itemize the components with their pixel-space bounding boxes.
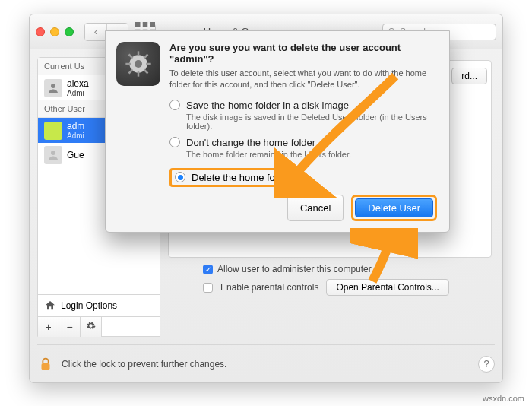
attribution-text: wsxdn.com	[483, 394, 524, 403]
house-icon	[44, 300, 56, 312]
change-password-button[interactable]: rd...	[451, 68, 487, 84]
user-name: alexa	[67, 78, 89, 89]
allow-admin-label: Allow user to administer this computer	[217, 264, 372, 274]
allow-admin-row[interactable]: ✓ Allow user to administer this computer	[203, 264, 492, 274]
zoom-icon[interactable]	[65, 27, 74, 36]
user-name: Gue	[67, 150, 84, 160]
minimize-icon[interactable]	[50, 27, 59, 36]
avatar-icon	[44, 146, 62, 164]
sheet-title: Are you sure you want to delete the user…	[169, 42, 437, 65]
add-user-button[interactable]: +	[38, 317, 59, 337]
radio-icon	[169, 137, 180, 147]
actions-menu-button[interactable]	[81, 317, 102, 337]
help-button[interactable]: ?	[478, 356, 495, 373]
annotation-arrow-icon	[350, 228, 418, 289]
checkbox-icon[interactable]	[203, 283, 213, 293]
login-options-label: Login Options	[61, 300, 117, 311]
user-name: adm	[67, 121, 84, 132]
delete-user-button[interactable]: Delete User	[355, 198, 433, 217]
svg-rect-12	[42, 363, 50, 370]
checkbox-icon: ✓	[203, 265, 213, 274]
svg-point-11	[51, 151, 55, 155]
traffic-lights	[36, 27, 74, 36]
user-role: Admi	[67, 132, 84, 140]
gear-icon	[86, 321, 96, 331]
avatar-icon	[44, 79, 62, 97]
radio-icon	[175, 172, 185, 182]
sidebar-actions: + −	[38, 316, 160, 336]
enable-parental-label: Enable parental controls	[220, 282, 318, 293]
footer: Click the lock to prevent further change…	[37, 344, 495, 375]
svg-point-22	[135, 60, 142, 68]
user-role: Admi	[67, 89, 89, 97]
login-options[interactable]: Login Options	[38, 294, 160, 316]
svg-line-18	[129, 55, 133, 59]
delete-user-highlight: Delete User	[351, 195, 437, 221]
cancel-button[interactable]: Cancel	[287, 195, 344, 221]
remove-user-button[interactable]: −	[59, 317, 81, 337]
svg-line-21	[144, 55, 148, 59]
lock-icon[interactable]	[37, 355, 54, 373]
annotation-arrow-icon	[274, 68, 410, 198]
avatar-icon	[44, 122, 62, 140]
lock-text: Click the lock to prevent further change…	[62, 359, 226, 370]
svg-line-19	[144, 70, 148, 74]
svg-line-20	[129, 70, 133, 74]
gear-app-icon	[116, 42, 160, 86]
radio-icon	[169, 100, 180, 110]
close-icon[interactable]	[36, 27, 45, 36]
